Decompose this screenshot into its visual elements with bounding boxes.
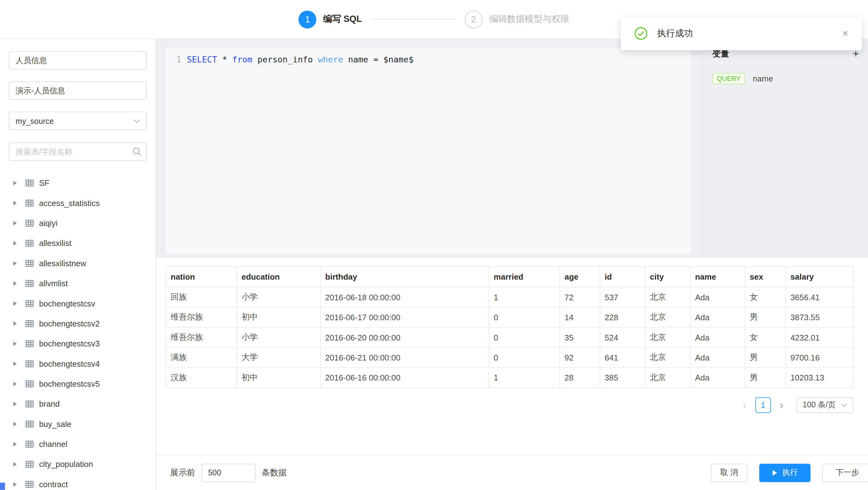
table-icon xyxy=(25,359,34,368)
sql-editor[interactable]: 1 SELECT * from person_info where name =… xyxy=(166,48,691,254)
table-cell: 2016-06-18 00:00:00 xyxy=(320,287,489,307)
caret-right-icon[interactable] xyxy=(13,321,17,326)
prev-page-icon[interactable]: ‹ xyxy=(739,397,751,413)
tree-item-contract[interactable]: contract xyxy=(9,474,147,490)
tree-item-allesxilist[interactable]: allesxilist xyxy=(9,233,147,253)
tree-item-access_statistics[interactable]: access_statistics xyxy=(9,193,147,213)
close-icon[interactable]: ✕ xyxy=(842,30,848,37)
caret-right-icon[interactable] xyxy=(13,442,17,446)
search-input[interactable] xyxy=(9,142,147,161)
step-1-label: 编写 SQL xyxy=(323,13,362,25)
corner-accent xyxy=(0,483,5,490)
table-row: 回族小学2016-06-18 00:00:00172537北京Ada女3656.… xyxy=(166,287,854,307)
table-icon xyxy=(25,420,34,429)
footer-bar: 展示前 条数据 取 消 执行 下一步 xyxy=(156,455,868,490)
table-name: buy_sale xyxy=(39,420,71,429)
caret-right-icon[interactable] xyxy=(13,281,17,285)
caret-right-icon[interactable] xyxy=(13,301,17,306)
step-1-write-sql: 1 编写 SQL xyxy=(299,10,362,28)
tree-item-bochengtestcsv4[interactable]: bochengtestcsv4 xyxy=(9,354,147,374)
table-icon xyxy=(25,379,34,389)
success-toast: 执行成功 ✕ xyxy=(621,17,862,50)
column-header-city: city xyxy=(645,267,690,287)
tree-item-allvmlist[interactable]: allvmlist xyxy=(9,273,147,294)
table-cell: 72 xyxy=(560,287,600,307)
table-cell: 小学 xyxy=(237,327,320,347)
table-cell: 初中 xyxy=(237,307,320,327)
tree-item-bochengtestcsv5[interactable]: bochengtestcsv5 xyxy=(9,374,147,394)
tree-item-buy_sale[interactable]: buy_sale xyxy=(9,414,147,434)
table-cell: 14 xyxy=(560,307,600,327)
caret-right-icon[interactable] xyxy=(13,422,17,426)
caret-right-icon[interactable] xyxy=(13,402,17,406)
table-cell: 维吾尔族 xyxy=(166,307,237,327)
table-cell: 2016-06-16 00:00:00 xyxy=(320,367,489,387)
table-cell: 9700.16 xyxy=(786,347,854,367)
column-header-education: education xyxy=(237,267,320,287)
table-cell: 满族 xyxy=(166,347,237,367)
display-name-input[interactable] xyxy=(9,82,147,100)
caret-right-icon[interactable] xyxy=(13,201,17,205)
play-icon xyxy=(772,470,777,476)
tree-item-bochengtestcsv2[interactable]: bochengtestcsv2 xyxy=(9,314,147,334)
table-name: bochengtestcsv2 xyxy=(39,319,100,328)
column-header-married: married xyxy=(489,267,560,287)
table-icon xyxy=(25,339,34,348)
variables-panel: 变量 + QUERYname xyxy=(702,39,868,258)
caret-right-icon[interactable] xyxy=(13,382,17,386)
source-select[interactable]: my_source xyxy=(9,112,147,130)
sql-editor-page: 1 编写 SQL 2 编辑数据模型与权限 执行成功 ✕ my_source xyxy=(0,0,868,490)
caret-right-icon[interactable] xyxy=(13,181,17,185)
page-number[interactable]: 1 xyxy=(755,397,771,413)
cancel-button[interactable]: 取 消 xyxy=(711,463,748,482)
tree-item-bochengtestcsv3[interactable]: bochengtestcsv3 xyxy=(9,334,147,354)
table-cell: 2016-06-20 00:00:00 xyxy=(320,327,489,347)
step-2-edit-model: 2 编辑数据模型与权限 xyxy=(465,10,569,28)
next-page-icon[interactable]: › xyxy=(775,397,787,413)
caret-right-icon[interactable] xyxy=(13,362,17,366)
column-header-name: name xyxy=(690,267,745,287)
tree-item-allesxilistnew[interactable]: allesxilistnew xyxy=(9,253,147,273)
table-icon xyxy=(25,299,34,308)
tree-item-city_population[interactable]: city_population xyxy=(9,454,147,474)
next-step-button[interactable]: 下一步 xyxy=(822,463,868,482)
result-body: 回族小学2016-06-18 00:00:00172537北京Ada女3656.… xyxy=(166,287,854,388)
table-cell: Ada xyxy=(690,287,745,307)
tree-item-aiqiyi[interactable]: aiqiyi xyxy=(9,213,147,233)
variable-item[interactable]: QUERYname xyxy=(712,73,859,84)
row-limit-input[interactable] xyxy=(201,463,255,482)
tree-item-SF[interactable]: SF xyxy=(9,173,147,193)
limit-prefix-label: 展示前 xyxy=(170,467,195,478)
table-name: allesxilist xyxy=(39,239,71,248)
table-cell: 228 xyxy=(600,307,645,327)
table-cell: 北京 xyxy=(645,347,690,367)
variable-list: QUERYname xyxy=(712,73,859,84)
table-search xyxy=(9,142,147,161)
table-name: bochengtestcsv3 xyxy=(39,339,100,348)
table-cell: 北京 xyxy=(645,327,690,347)
table-icon xyxy=(25,319,34,328)
caret-right-icon[interactable] xyxy=(13,241,17,245)
variable-type-tag: QUERY xyxy=(712,73,745,84)
table-cell: 1 xyxy=(489,287,560,307)
caret-right-icon[interactable] xyxy=(13,221,17,225)
column-header-salary: salary xyxy=(786,267,854,287)
model-name-input[interactable] xyxy=(9,51,147,70)
table-icon xyxy=(25,179,34,188)
caret-right-icon[interactable] xyxy=(13,341,17,346)
editor-section: 1 SELECT * from person_info where name =… xyxy=(156,39,868,258)
page-size-select[interactable]: 100 条/页 xyxy=(797,397,854,413)
caret-right-icon[interactable] xyxy=(13,261,17,266)
execute-button[interactable]: 执行 xyxy=(759,463,810,482)
table-name: contract xyxy=(39,480,68,489)
caret-right-icon[interactable] xyxy=(13,482,17,487)
tree-item-bochengtestcsv[interactable]: bochengtestcsv xyxy=(9,294,147,313)
table-icon xyxy=(25,198,34,208)
table-row: 满族大学2016-06-21 00:00:00092641北京Ada男9700.… xyxy=(166,347,854,367)
tree-item-channel[interactable]: channel xyxy=(9,434,147,454)
result-table: nationeducationbirthdaymarriedageidcityn… xyxy=(166,266,854,388)
caret-right-icon[interactable] xyxy=(13,462,17,466)
tree-item-brand[interactable]: brand xyxy=(9,394,147,414)
table-cell: 641 xyxy=(600,347,645,367)
table-row: 汉族初中2016-06-16 00:00:00128385北京Ada男10203… xyxy=(166,367,854,387)
